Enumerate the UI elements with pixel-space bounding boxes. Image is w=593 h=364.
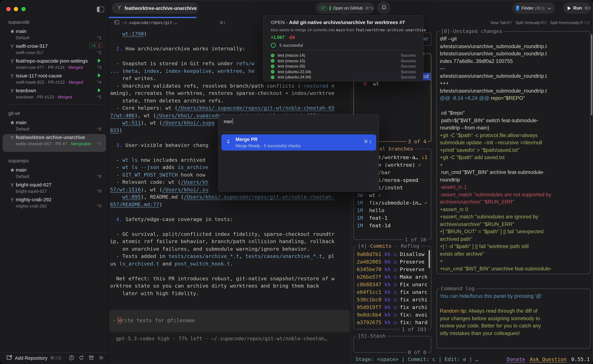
run-shortcut: ⌘R xyxy=(584,6,591,10)
chevron-down-icon xyxy=(547,5,551,11)
open-on-github-shortcut: ⌘^G xyxy=(365,6,374,10)
code-line: exists after archive" xyxy=(440,250,588,258)
item-shortcut: ^8 xyxy=(97,174,101,179)
unstaged-changes-panel[interactable]: [0]-Unstaged changes diff --gita/tests/c… xyxy=(437,31,590,274)
sidebar-item-mighty-crab-292[interactable]: mighty-crab-292mighty-crab-292^0 xyxy=(3,196,106,211)
star-icon xyxy=(10,168,15,173)
worktree-title: issue-117-root-cause xyxy=(16,73,62,78)
archive-icon[interactable] xyxy=(88,355,94,361)
commit-row[interactable]: 9a68d7b1 kh ○ Disallow xyxy=(357,251,429,258)
checks-summary-label: 5 successful xyxy=(279,43,303,48)
keybindings-bar: Stage: <space> | Commit: c | Edit: e | … xyxy=(355,357,479,362)
check-badge-icon: ✓ xyxy=(271,75,274,79)
check-row[interactable]: ✓test (macos-14)Success xyxy=(271,53,416,58)
check-row[interactable]: ✓test (macos-26)Success xyxy=(271,64,416,69)
check-row[interactable]: ✓test (macos-15)Success xyxy=(271,58,416,64)
sidebar-item-main[interactable]: mainDefault^8 xyxy=(3,167,106,182)
sidebar-item-feat-repo-supacode-json-settings[interactable]: feat/repo-supacode-json-settingssmart-co… xyxy=(3,58,106,72)
check-row[interactable]: ✓test (ubuntu-22.04)Success xyxy=(271,69,416,74)
commit-row[interactable]: a3792675 kh ○ fix: hard xyxy=(357,319,429,326)
item-shortcut: ^2 xyxy=(97,50,101,55)
zoom-button[interactable] xyxy=(21,7,26,11)
commit-row[interactable]: 6345be70 kh ○ Preserve xyxy=(357,266,429,273)
item-shortcut: ^3 xyxy=(97,65,101,70)
popup-notch xyxy=(341,13,348,19)
commit-row[interactable]: c0b88347 kh ○ Fix unarc xyxy=(357,281,429,289)
sidebar-item-feat-worktree-archive-unarchive[interactable]: feat/worktree-archive-unarchivenoble-che… xyxy=(3,134,106,152)
sidebar-item-bright-squid-627[interactable]: bright-squid-627bright-squid-627^9 xyxy=(3,182,106,196)
branch-pill-label: feat/worktree-archive-unarchive xyxy=(124,6,197,11)
gear-icon[interactable] xyxy=(98,355,104,361)
sidebar-item-swift-crow-317[interactable]: swift-crow-317swift-crow-317^2+1-1 xyxy=(3,43,106,58)
minimize-button[interactable] xyxy=(14,7,18,11)
branch-row[interactable]: 1M fix/submodule-in… ✓ xyxy=(357,199,429,207)
command-palette-input[interactable]: mer xyxy=(224,118,233,124)
sidebar-item-main[interactable]: mainDefault^1 xyxy=(3,28,106,43)
tab-action-split-vertically[interactable]: Split Vertically ⌘D xyxy=(515,20,547,25)
check-status: Success xyxy=(401,59,416,63)
code-line: state, then deletes archive refs. xyxy=(110,97,351,104)
code-line: @@ -8,14 +8,24 @@ repo="$REPO" xyxy=(440,95,588,102)
sidebar-toggle-icon[interactable] xyxy=(97,6,104,12)
code-line xyxy=(110,267,351,275)
commits-panel[interactable]: [4]-Commits - Reflog 9a68d7b1 kh ○ Disal… xyxy=(353,246,431,329)
stash-panel[interactable]: [5]-Stash 0 of 0 xyxy=(353,336,431,352)
help-icon[interactable] xyxy=(69,355,74,361)
finder-dropdown[interactable]: Finder (⌘O) xyxy=(513,3,555,13)
sidebar-item-teardown[interactable]: teardownteardown · PR #123 · Merged^5 xyxy=(3,87,106,102)
code-line: --- xyxy=(440,65,588,72)
check-row[interactable]: ✓test (ubuntu-24.04)Success xyxy=(271,74,416,80)
command-log-panel[interactable]: Command log You can hide/focus this pane… xyxy=(437,289,590,349)
code-line: submodule update --init --recursive >/de… xyxy=(440,139,588,146)
prompt-input[interactable]: › Write tests for @filename xyxy=(109,310,350,332)
command-log-title: Command log xyxy=(439,286,476,292)
code-line: archive/unarchive" "$RUN_ERR" xyxy=(440,198,588,206)
pr-popup-title: OPEN - Add git-native archive/unarchive … xyxy=(271,20,405,25)
code-line: +run_cmd "$WT_BIN" unarchive feat-submod… xyxy=(440,265,588,273)
play-icon[interactable] xyxy=(98,59,101,63)
file-row[interactable]: M wt xyxy=(364,81,379,87)
play-icon[interactable] xyxy=(98,88,101,92)
tab-action-split-horizontally[interactable]: Split Horizontally ⌘⇧D xyxy=(550,20,590,25)
sidebar-item-main[interactable]: mainDefault^6 xyxy=(3,119,106,134)
add-repository-button[interactable]: Add Repository ⌘⇧O xyxy=(7,355,61,361)
commit-row[interactable]: b26be57f kh ○ Make arch xyxy=(357,273,429,281)
add-repository-shortcut: ⌘⇧O xyxy=(50,355,61,360)
branch-row[interactable]: 1M feat-1 xyxy=(357,214,429,222)
ask-question-link[interactable]: Ask Question xyxy=(530,357,567,362)
donate-link[interactable]: Donate xyxy=(507,357,525,362)
commit-row[interactable]: e64f1cc1 kh ○ fix unarc xyxy=(357,289,429,296)
branch-row[interactable]: 1M feat-1d xyxy=(357,222,429,230)
run-button[interactable]: Run ⌘R xyxy=(563,3,590,13)
commit-row[interactable]: 530c1bc0 kh ○ fix archi xyxy=(357,296,429,304)
open-on-github-button[interactable]: #7 Open on GitHub ⌘^G xyxy=(316,3,374,13)
commit-rows: 9a68d7b1 kh ○ Disallow2a482065 kh ○ Pres… xyxy=(357,251,429,326)
tab-action-new-tab[interactable]: New Tab ⌘T xyxy=(491,20,512,25)
branch-row[interactable]: 1M hello xyxy=(357,207,429,214)
palette-result-merge-pr[interactable]: Merge PR Merge Ready - 5 successful chec… xyxy=(222,134,376,150)
notifications-button[interactable] xyxy=(378,2,390,14)
close-button[interactable] xyxy=(6,7,11,11)
terminal-icon xyxy=(114,20,119,26)
branch-row[interactable]: 3W wt ✓ xyxy=(357,192,429,199)
sidebar-item-issue-117-root-cause[interactable]: issue-117-root-causeswift-hawk-822 · PR … xyxy=(3,72,106,87)
command-log-content: You can hide/focus this panel by pressin… xyxy=(440,292,588,337)
code-line: us ls_archived.t and post_switch_hook.t. xyxy=(110,260,351,267)
commit-row[interactable]: 9e8dc6b4 kh ○ fix: avoi xyxy=(357,311,429,319)
commit-row[interactable]: 2a482065 kh ○ Preserve xyxy=(357,258,429,266)
code-line: You can hide/focus this panel by pressin… xyxy=(440,292,588,300)
branches-counter: 1 of 10 xyxy=(404,237,428,243)
play-icon[interactable] xyxy=(98,73,101,78)
check-name: test (ubuntu-22.04) xyxy=(278,70,398,74)
terminal-tab[interactable]: ~/.supacode/repos/git-… ⌘1 xyxy=(114,20,226,26)
commit-row[interactable]: 95d919f7 kh ○ fix archi xyxy=(357,304,429,311)
commits-scrollbar[interactable] xyxy=(429,250,430,268)
branch-pill[interactable]: feat/worktree-archive-unarchive xyxy=(112,3,198,13)
check-name: test (macos-26) xyxy=(278,64,398,69)
item-shortcut: ^9 xyxy=(97,189,101,194)
sidebar-section-label: git-wt xyxy=(0,105,109,119)
diff-scrollbar[interactable] xyxy=(591,34,592,115)
code-line: - GC survival, split/conflicted index fi… xyxy=(110,230,351,238)
refresh-icon[interactable] xyxy=(78,355,84,361)
code-line: review your code. Better for you to catc… xyxy=(440,322,588,330)
